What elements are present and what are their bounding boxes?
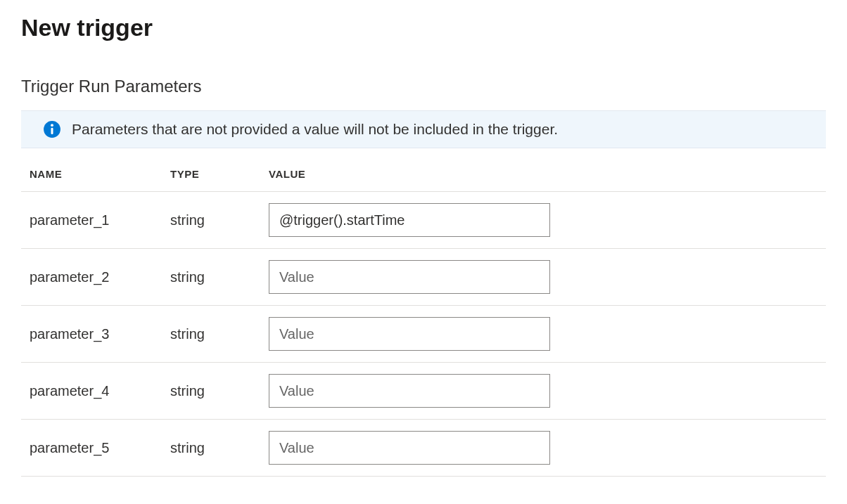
table-row: parameter_2 string	[21, 249, 826, 306]
table-row: parameter_5 string	[21, 420, 826, 477]
param-name: parameter_2	[21, 249, 162, 306]
param-value-cell	[260, 192, 826, 249]
param-value-cell	[260, 249, 826, 306]
param-value-cell	[260, 306, 826, 363]
param-value-input[interactable]	[269, 260, 550, 294]
param-type: string	[162, 192, 260, 249]
info-icon	[42, 119, 62, 139]
parameters-table: NAME TYPE VALUE parameter_1 string param…	[21, 154, 826, 477]
section-title: Trigger Run Parameters	[21, 77, 826, 96]
table-row: parameter_3 string	[21, 306, 826, 363]
table-row: parameter_4 string	[21, 363, 826, 420]
param-value-input[interactable]	[269, 374, 550, 408]
param-value-input[interactable]	[269, 431, 550, 465]
param-name: parameter_5	[21, 420, 162, 477]
param-value-input[interactable]	[269, 317, 550, 351]
info-banner: Parameters that are not provided a value…	[21, 110, 826, 148]
param-value-input[interactable]	[269, 203, 550, 237]
param-name: parameter_3	[21, 306, 162, 363]
param-type: string	[162, 363, 260, 420]
table-row: parameter_1 string	[21, 192, 826, 249]
param-type: string	[162, 249, 260, 306]
param-name: parameter_1	[21, 192, 162, 249]
param-value-cell	[260, 363, 826, 420]
svg-point-2	[51, 124, 53, 127]
page-title: New trigger	[21, 14, 826, 41]
info-banner-text: Parameters that are not provided a value…	[72, 121, 558, 138]
column-header-name: NAME	[21, 154, 162, 192]
param-name: parameter_4	[21, 363, 162, 420]
svg-rect-1	[51, 128, 53, 134]
param-type: string	[162, 306, 260, 363]
param-value-cell	[260, 420, 826, 477]
column-header-value: VALUE	[260, 154, 826, 192]
param-type: string	[162, 420, 260, 477]
column-header-type: TYPE	[162, 154, 260, 192]
